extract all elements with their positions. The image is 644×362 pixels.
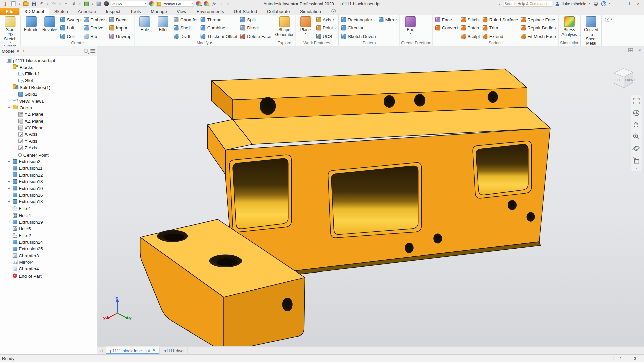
ribbon-tab-collaborate[interactable]: Collaborate [262, 8, 295, 15]
ribbon-tab-inspect[interactable]: Inspect [101, 8, 125, 15]
tree-item-mirror4[interactable]: +Mirror4 [0, 259, 97, 265]
tree-expander-icon[interactable]: + [7, 227, 11, 231]
viewport-close-icon[interactable]: ✕ [637, 48, 642, 53]
patch-button[interactable]: Patch [460, 24, 481, 32]
tree-expander-icon[interactable]: + [7, 159, 11, 163]
tree-item-p1111-block-insert-ipt[interactable]: p1111-block insert.ipt [0, 57, 97, 64]
fullscreen-icon[interactable] [632, 97, 641, 106]
tree-item-extrusion25[interactable]: +Extrusion25 [0, 245, 97, 252]
fit-mesh-face-button[interactable]: Fit Mesh Face [520, 32, 557, 40]
tree-expander-icon[interactable]: + [13, 92, 17, 96]
tree-expander-icon[interactable]: + [7, 213, 11, 217]
minimize-button[interactable]: – [613, 0, 621, 7]
open-file-icon[interactable] [22, 1, 29, 6]
tree-item-extrusion10[interactable]: +Extrusion10 [0, 185, 97, 192]
ribbon-tab-view[interactable]: View [172, 8, 192, 15]
convert-button[interactable]: Convert [434, 24, 459, 32]
tree-item-extrusion11[interactable]: +Extrusion11 [0, 165, 97, 171]
select-icon[interactable] [83, 1, 90, 6]
tree-expander-icon[interactable]: − [7, 85, 11, 89]
username[interactable]: luke.mihelcic [562, 1, 586, 6]
tree-item-end-of-part[interactable]: ×End of Part [0, 272, 97, 279]
tree-item-center-point[interactable]: Center Point [0, 151, 97, 158]
ribbon-group-label-modify[interactable]: Modify ▾ [136, 41, 272, 46]
emboss-button[interactable]: Emboss [83, 16, 108, 24]
parameters-fx-icon[interactable]: fx [211, 1, 217, 6]
search-input[interactable] [503, 1, 552, 6]
view-cube[interactable]: LEFT FRONT [609, 65, 637, 90]
new-file-icon[interactable] [10, 1, 17, 6]
face-button[interactable]: Face [434, 16, 459, 24]
tree-expander-icon[interactable]: + [7, 220, 11, 224]
mirror-button[interactable]: Mirror [377, 16, 398, 24]
clear-appearance-icon[interactable]: × [203, 1, 210, 6]
tree-item-solid1[interactable]: +Solid1 [0, 91, 97, 98]
tree-expander-icon[interactable]: + [7, 240, 11, 244]
tree-expander-icon[interactable]: + [7, 247, 11, 251]
ribbon-collapse-dropdown[interactable]: ▾ [611, 18, 612, 21]
tree-item-xz-plane[interactable]: XZ Plane [0, 118, 97, 124]
box-button[interactable]: Box▾ [401, 16, 419, 35]
repair-bodies-button[interactable]: Repair Bodies [520, 24, 557, 32]
stress-analysis-button[interactable]: Stress Analysis [560, 16, 578, 38]
pan-hand-icon[interactable] [632, 120, 641, 129]
appearance-sphere-icon[interactable] [103, 1, 110, 6]
tree-item-extrusion16[interactable]: +Extrusion16 [0, 192, 97, 198]
rectangular-button[interactable]: Rectangular [340, 16, 377, 24]
tree-expander-icon[interactable]: + [7, 99, 11, 103]
thicken-offset-button[interactable]: Thicken/ Offset [199, 32, 238, 40]
tree-expander-icon[interactable]: + [7, 173, 11, 177]
collapse-arrow-icon[interactable]: ▸ [499, 2, 500, 6]
tree-item-hole5[interactable]: +Hole5 [0, 225, 97, 232]
help-icon[interactable]: ? [601, 1, 606, 6]
orbit-icon[interactable] [632, 144, 641, 153]
browser-tab-close-icon[interactable]: ✕ [16, 48, 20, 53]
direct-button[interactable]: Direct [239, 24, 273, 32]
adjust-appearance-icon[interactable]: + [195, 1, 202, 6]
ribbon-tab-environments[interactable]: Environments [192, 8, 229, 15]
sketch-driven-button[interactable]: Sketch Driven [340, 32, 377, 40]
rib-button[interactable]: Rib [83, 32, 108, 40]
tree-item-extrusion18[interactable]: +Extrusion18 [0, 198, 97, 205]
ribbon-tab-file[interactable]: File [0, 8, 19, 15]
browser-menu-icon[interactable] [90, 49, 95, 53]
update-dropdown[interactable]: ▾ [78, 1, 82, 6]
home-icon[interactable]: ⌂ [63, 1, 69, 6]
tree-item-origin[interactable]: −Origin [0, 104, 97, 111]
color-wheel-icon[interactable] [148, 1, 155, 6]
redo-dropdown[interactable]: ▾ [58, 1, 62, 6]
tree-item-blocks[interactable]: −Blocks [0, 64, 97, 70]
tree-item-solid-bodies-1[interactable]: −Solid Bodies(1) [0, 84, 97, 90]
tree-item-view-view1[interactable]: +View: View1 [0, 98, 97, 104]
tree-expander-icon[interactable]: + [7, 200, 11, 204]
loft-button[interactable]: Loft [59, 24, 82, 32]
stitch-button[interactable]: Stitch [460, 16, 481, 24]
steering-wheel-icon[interactable] [632, 108, 641, 117]
fillet-button[interactable]: Fillet [154, 16, 172, 33]
shell-button[interactable]: Shell [173, 24, 199, 32]
tree-expander-icon[interactable]: + [7, 179, 11, 183]
browser-search-icon[interactable] [84, 49, 88, 53]
tree-item-fillet1[interactable]: Fillet1 [0, 205, 97, 212]
axis-button[interactable]: Axis▾ [315, 16, 337, 24]
ribbon-tab-3d-model[interactable]: 3D Model [19, 8, 49, 15]
shape-generator-button[interactable]: Shape Generator [275, 16, 293, 38]
3d-viewport[interactable]: ✕ LEFT FRONT ▾ Z X Y [97, 46, 644, 346]
help-dropdown[interactable]: ▾ [609, 2, 610, 5]
doc-tab-close-icon[interactable]: ✕ [152, 348, 156, 352]
undo-icon[interactable]: ↶ [38, 1, 45, 6]
navbar-more-dropdown[interactable]: ▾ [636, 168, 637, 169]
close-button[interactable]: × [634, 0, 642, 7]
browser-add-tab-icon[interactable]: + [22, 48, 25, 54]
extend-button[interactable]: Extend [482, 32, 519, 40]
circular-button[interactable]: Circular [340, 24, 377, 32]
look-at-icon[interactable] [632, 156, 641, 165]
tree-item-extrusion13[interactable]: +Extrusion13 [0, 178, 97, 185]
replace-face-button[interactable]: Replace Face [520, 16, 557, 24]
tree-expander-icon[interactable]: + [7, 193, 11, 197]
derive-button[interactable]: Derive [83, 24, 108, 32]
convert-to-sheet-metal-button[interactable]: Convert to Sheet Metal [582, 16, 600, 47]
start-2d-sketch-button[interactable]: Start 2D Sketch▾ [1, 16, 19, 44]
appearance-combo[interactable]: *Yellow Go▾ [156, 1, 194, 6]
cart-icon[interactable] [592, 1, 599, 6]
